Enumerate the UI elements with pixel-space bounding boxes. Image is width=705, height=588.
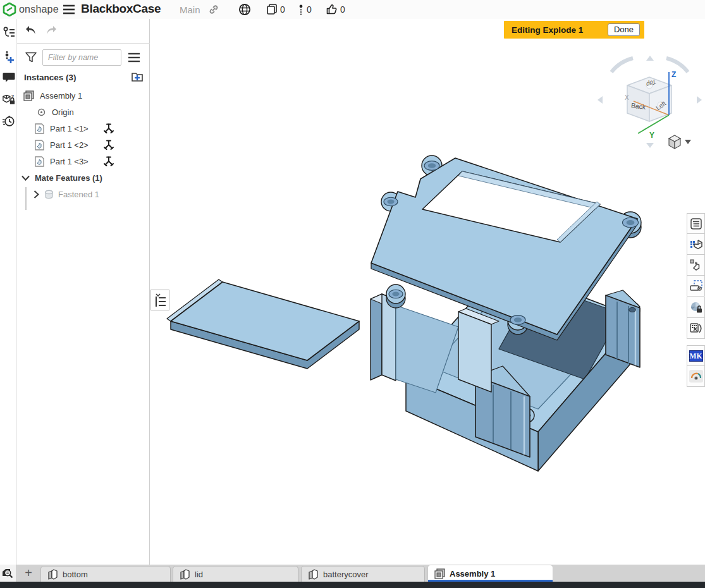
tab-label: batterycover [323, 570, 369, 579]
view-cube[interactable]: Top Back Left [627, 77, 671, 121]
origin-label: Origin [52, 107, 74, 117]
mk-app-button[interactable]: MK [687, 345, 705, 366]
list-view-icon[interactable] [128, 52, 140, 63]
fastened-label: Fastened 1 [58, 190, 99, 199]
tab-search-button[interactable] [0, 565, 17, 582]
share-link-icon[interactable] [209, 4, 219, 15]
assembly-icon [434, 568, 445, 579]
fastened-mate-icon[interactable] [103, 123, 114, 134]
onshape-window: onshape BlackboxCase Main 0 [0, 0, 705, 588]
bom-table-button[interactable] [687, 213, 705, 234]
document-panel-strip: ? [0, 19, 17, 582]
thumbs-up-icon [326, 4, 337, 15]
panel-separator [17, 43, 150, 44]
mate-cylinder-icon [44, 190, 54, 199]
part-icon [34, 140, 45, 150]
screw-hole [629, 307, 636, 312]
mate-features-label: Mate Features (1) [35, 173, 102, 183]
versions-icon [298, 4, 303, 15]
tab-batterycover[interactable]: batterycover [301, 566, 425, 582]
axis-y-label: Y [649, 131, 654, 140]
tree-row-origin[interactable]: Origin [17, 104, 150, 120]
origin-icon [37, 108, 46, 116]
instances-header: Instances (3) [24, 73, 77, 82]
tree-row-part-1[interactable]: Part 1 <1> [17, 120, 150, 137]
caret-down-icon [685, 140, 691, 144]
assembly-label: Assembly 1 [40, 91, 82, 101]
copies-icon [267, 4, 277, 15]
part-battery-cover[interactable] [167, 279, 359, 369]
tree-row-mate-features[interactable]: Mate Features (1) [17, 169, 150, 186]
chevron-down-icon[interactable] [21, 175, 30, 181]
copy-count-value: 0 [280, 4, 285, 15]
render-quality-button[interactable] [687, 366, 705, 387]
export-rules-icon[interactable]: ? [3, 94, 15, 106]
redo-icon[interactable] [45, 25, 58, 37]
named-positions-button[interactable] [687, 255, 705, 276]
view-mode-cube-icon [668, 134, 682, 149]
appearance-lock-button[interactable] [687, 297, 705, 318]
feature-script-button[interactable] [687, 318, 705, 339]
fastened-mate-icon[interactable] [103, 139, 114, 150]
onshape-logo-icon[interactable] [3, 3, 16, 16]
sketch-regions-button[interactable] [687, 276, 705, 297]
compartment-outer-wall [371, 294, 382, 380]
part-label: Part 1 <2> [50, 140, 89, 150]
version-count[interactable]: 0 [298, 4, 312, 15]
filter-funnel-icon[interactable] [25, 52, 37, 63]
axis-x-label: X [625, 94, 629, 101]
svg-text:?: ? [11, 94, 15, 99]
version-tree-icon[interactable] [3, 27, 15, 39]
part-studio-icon [47, 569, 58, 580]
banner-label: Editing Explode 1 [512, 25, 583, 35]
tab-lid[interactable]: lid [173, 566, 298, 582]
branch-name[interactable]: Main [180, 4, 200, 15]
explode-steps-flyout-button[interactable] [150, 290, 169, 310]
chevron-right-icon[interactable] [34, 190, 39, 199]
assembly-tree-panel: Instances (3) Assembly 1 Origin [17, 19, 150, 565]
history-icon[interactable] [3, 115, 15, 128]
document-title[interactable]: BlackboxCase [81, 2, 161, 16]
part-label: Part 1 <1> [50, 124, 89, 133]
tree-row-assembly[interactable]: Assembly 1 [17, 87, 150, 104]
tab-bottom[interactable]: bottom [40, 566, 171, 582]
steps-list-icon [151, 290, 169, 310]
tree-row-fastened-1[interactable]: Fastened 1 [17, 186, 150, 202]
like-count[interactable]: 0 [326, 4, 345, 15]
part-icon [34, 156, 45, 167]
add-to-folder-icon[interactable] [130, 71, 144, 83]
compartment-side-wall [458, 312, 491, 392]
configurations-button[interactable] [687, 234, 705, 255]
tab-assembly-1[interactable]: Assembly 1 [427, 565, 553, 582]
indent-guide [25, 187, 27, 210]
part-studio-icon [180, 569, 190, 580]
tab-label: lid [195, 570, 203, 579]
tab-label: bottom [63, 570, 88, 579]
comment-icon[interactable] [3, 71, 15, 83]
gauge-icon [689, 370, 703, 383]
editing-explode-banner: Editing Explode 1 Done [504, 21, 644, 39]
copy-count[interactable]: 0 [267, 4, 285, 15]
assembly-icon [23, 90, 34, 101]
filter-input[interactable] [42, 49, 121, 66]
tree-row-part-2[interactable]: Part 1 <2> [17, 137, 150, 153]
part-icon [34, 123, 45, 134]
like-count-value: 0 [340, 4, 345, 15]
fastened-mate-icon[interactable] [103, 156, 114, 167]
undo-icon[interactable] [25, 25, 37, 37]
tree-row-part-3[interactable]: Part 1 <3> [17, 153, 150, 169]
public-globe-icon[interactable] [238, 3, 251, 16]
part-label: Part 1 <3> [50, 157, 89, 166]
mk-app-badge: MK [689, 350, 703, 362]
view-options-button[interactable] [668, 133, 693, 150]
onshape-logo-text[interactable]: onshape [19, 4, 59, 15]
new-tab-button[interactable]: + [19, 565, 38, 582]
done-button[interactable]: Done [608, 23, 640, 36]
axis-z-label: Z [671, 70, 676, 79]
part-studio-icon [308, 569, 319, 580]
status-strip [0, 582, 705, 588]
main-menu-icon[interactable] [63, 4, 75, 15]
insert-version-icon[interactable] [3, 51, 15, 63]
tab-label: Assembly 1 [450, 569, 495, 579]
version-count-value: 0 [307, 4, 312, 15]
